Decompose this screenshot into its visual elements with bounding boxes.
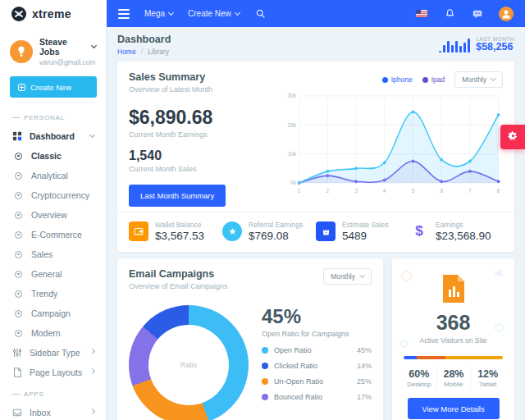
svg-text:4: 4 — [383, 188, 386, 194]
device-split-bar — [404, 356, 503, 359]
active-visitors-count: 368 — [402, 311, 504, 335]
sidebar-item-label: Overview — [31, 210, 94, 220]
chat-icon[interactable] — [471, 7, 484, 21]
sidebar-section-personal: PERSONAL — [0, 106, 106, 126]
view-more-details-button[interactable]: View More Details — [408, 398, 500, 419]
svg-text:7: 7 — [468, 188, 472, 194]
legend-row: Bounced Ratio 17% — [262, 393, 372, 401]
sidebar-item-label: Analytical — [31, 171, 94, 180]
create-new-button[interactable]: Create New — [10, 76, 97, 98]
page-title: Dashboard — [117, 34, 171, 45]
nav-mega[interactable]: Mega — [144, 9, 173, 18]
dot-icon — [13, 192, 24, 199]
sidebar-menu: PERSONALDashboardClassicAnalyticalCrypto… — [0, 106, 106, 420]
svg-text:8: 8 — [497, 188, 500, 194]
nav-create-new[interactable]: Create New — [188, 9, 240, 18]
card-title: Email Campaigns — [129, 268, 228, 280]
user-profile[interactable]: Steave Jobs varun@gmail.com — [0, 35, 106, 75]
sidebar-item-label: Campaign — [31, 308, 94, 318]
brand-name: xtreme — [32, 7, 71, 21]
sidebar-item-label: Dashboard — [30, 131, 83, 141]
device-desktop: 60% Desktop — [402, 367, 436, 390]
stats-row: Wallet Balance $3,567.53 Referral Earnin… — [117, 212, 514, 252]
sidebar-item-campaign[interactable]: Campaign — [0, 304, 106, 323]
sidebar-item-sidebar-type[interactable]: Sidebar Type — [0, 343, 106, 363]
user-email: varun@gmail.com — [39, 58, 96, 66]
sidebar-item-analytical[interactable]: Analytical — [0, 166, 106, 185]
legend-dot — [262, 394, 268, 400]
chevron-down-icon — [235, 9, 240, 15]
sidebar-item-label: Classic — [31, 151, 94, 161]
flag-us-icon[interactable] — [415, 7, 428, 21]
sidebar-item-label: Sales — [31, 249, 94, 259]
hamburger-icon[interactable] — [118, 9, 130, 19]
sidebar-item-overview[interactable]: Overview — [0, 205, 106, 225]
sidebar-item-label: Trendy — [31, 289, 94, 299]
sidebar-item-inbox[interactable]: Inbox — [0, 403, 106, 420]
dot-icon — [13, 290, 24, 298]
dot-icon — [13, 271, 24, 278]
sidebar-item-page-layouts[interactable]: Page Layouts — [0, 363, 106, 382]
dot-icon — [13, 172, 24, 180]
svg-text:10k: 10k — [288, 151, 297, 157]
sidebar-item-cryptocurrency[interactable]: Cryptocurrency — [0, 185, 106, 205]
sidebar-item-general[interactable]: General — [0, 264, 106, 284]
star-icon — [222, 221, 242, 241]
top-navbar: Mega Create New — [107, 0, 525, 27]
legend-ipad: Ipad — [422, 75, 445, 84]
email-donut-chart: Ratio — [129, 305, 249, 420]
wallet-icon — [129, 221, 148, 241]
legend-dot — [382, 77, 388, 83]
svg-text:2: 2 — [326, 188, 330, 194]
settings-fab[interactable] — [500, 125, 525, 149]
svg-text:30k: 30k — [288, 93, 297, 98]
avatar[interactable] — [499, 7, 514, 21]
user-name[interactable]: Steave Jobs — [39, 37, 96, 57]
breadcrumb-home[interactable]: Home — [117, 48, 136, 56]
chevron-right-icon — [89, 349, 95, 354]
sidebar-item-classic[interactable]: Classic — [0, 146, 106, 166]
current-month-sales: 1,540 — [129, 148, 281, 163]
chevron-down-icon — [491, 75, 496, 81]
sidebar-item-modern[interactable]: Modern — [0, 323, 106, 343]
sidebar-item-label: E-Commerce — [31, 230, 94, 240]
breadcrumb: Home / Library — [117, 48, 171, 56]
stat-earnings: $ Earnings $23,568.90 — [409, 221, 503, 242]
breadcrumb-current: Library — [148, 48, 169, 56]
bell-icon[interactable] — [443, 7, 456, 21]
sidebar-item-dashboard[interactable]: Dashboard — [0, 126, 106, 146]
deco-triangle — [494, 267, 505, 276]
sales-summary-card: Sales Summary Overview of Latest Month $… — [117, 62, 514, 252]
sidebar-item-label: General — [31, 269, 94, 279]
svg-text:20k: 20k — [288, 122, 297, 128]
legend-dot — [262, 363, 268, 369]
grid-icon — [11, 131, 22, 141]
chevron-down-icon — [359, 272, 365, 278]
chevron-down-icon — [89, 132, 95, 138]
dot-icon — [13, 153, 24, 160]
sales-chart-zone: Iphone Ipad Monthly 0k10k20k30k12345678 — [281, 71, 503, 207]
sidebar-item-e-commerce[interactable]: E-Commerce — [0, 225, 106, 244]
card-title: Sales Summary — [129, 71, 281, 83]
sales-summary-left: Sales Summary Overview of Latest Month $… — [129, 71, 281, 207]
plus-icon — [18, 84, 25, 91]
search-icon[interactable] — [254, 7, 267, 21]
brand-logo[interactable]: xtreme — [0, 0, 107, 27]
brand-logo-icon — [11, 7, 26, 21]
legend-iphone: Iphone — [382, 75, 413, 84]
chevron-down-icon — [168, 9, 174, 15]
chevron-down-icon — [91, 43, 97, 48]
period-select[interactable]: Monthly — [454, 71, 503, 88]
last-month-summary-button[interactable]: Last Month Summary — [129, 185, 226, 207]
period-select[interactable]: Monthly — [323, 268, 372, 285]
sidebar-item-trendy[interactable]: Trendy — [0, 284, 106, 304]
bag-icon — [316, 221, 336, 241]
sidebar-item-label: Modern — [31, 328, 94, 338]
last-month-value: $58,256 — [476, 42, 514, 53]
svg-text:6: 6 — [440, 188, 443, 194]
open-ratio-value: 45% — [262, 305, 372, 328]
active-visitors-card: 368 Active Visitors on Site 60% Desktop … — [392, 258, 514, 420]
deco-square — [400, 270, 413, 282]
app-window: xtreme Mega Create New — [0, 0, 525, 420]
sidebar-item-sales[interactable]: Sales — [0, 244, 106, 264]
